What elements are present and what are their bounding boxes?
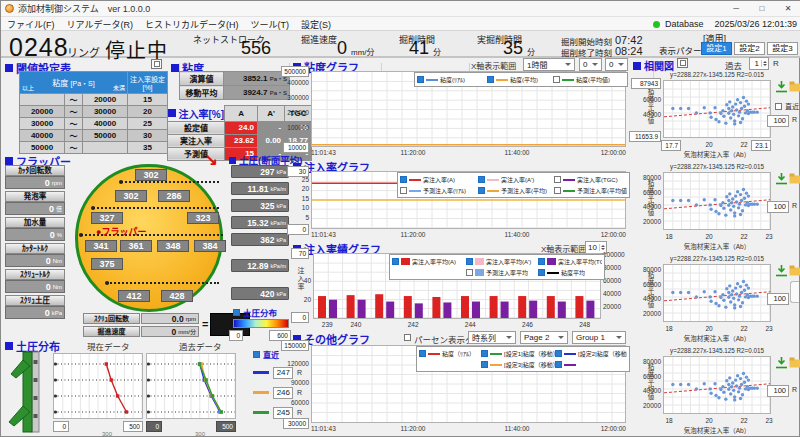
speed-unit: mm/分 (351, 46, 375, 57)
legend-swatch (487, 179, 499, 181)
minimize-button[interactable]: ─ (723, 1, 749, 17)
legend-checkbox[interactable] (554, 176, 561, 183)
maximize-button[interactable]: □ (749, 1, 775, 17)
speed-label: 掘進速度 (301, 33, 337, 46)
earth-pressure-value: 11.81kPa/m (231, 182, 289, 195)
sensor-value: 302 (115, 190, 147, 202)
download-icon[interactable] (775, 172, 788, 185)
r-range-unit: R (792, 202, 797, 209)
legend-label: [設定3]粘度（移動） (504, 360, 555, 369)
earth-pressure-value: 420kPa (231, 287, 289, 300)
ring-label: リング (67, 44, 100, 60)
menu-item[interactable]: 設定(S) (301, 18, 331, 31)
threshold-cell: 50000 (20, 142, 65, 154)
sensor-value: 323 (187, 212, 219, 224)
axis-box: 10000 (283, 142, 309, 153)
series-type-dropdown[interactable]: 時系列 (468, 331, 516, 344)
folder-icon[interactable] (789, 265, 800, 276)
threshold-cell: ～ (65, 106, 83, 118)
menu-item[interactable]: ヒストリカルデータ(H) (145, 18, 239, 31)
legend-checkbox[interactable] (555, 361, 562, 368)
gauge-label: 発泡率 (5, 191, 65, 202)
legend-item: [設定1]粘度（移動） (481, 348, 555, 359)
gauge-value: 0rpm (5, 176, 65, 189)
th-visc: 粘度 (52, 79, 68, 88)
group-dropdown[interactable]: Group 1 (572, 331, 626, 344)
menu-item[interactable]: ツール(T) (250, 18, 289, 31)
legend-checkbox[interactable] (466, 258, 473, 265)
legend-checkbox[interactable] (400, 176, 407, 183)
x-range-opt2-dropdown[interactable]: 0 (605, 58, 628, 71)
axis-tick: 23 (765, 417, 772, 424)
legend-checkbox[interactable] (419, 350, 426, 357)
axis-tick: 11:40:00 (505, 231, 530, 238)
title-bar: 添加材制御システム ver 1.0.0.0 ─ □ ✕ (1, 1, 800, 17)
scatter-plot (663, 356, 771, 414)
axis-tick: 20 (302, 185, 309, 192)
x-range-opt1-dropdown[interactable]: 0 (579, 58, 602, 71)
download-icon[interactable] (775, 264, 788, 277)
inj-cell: - (258, 121, 285, 134)
download-icon[interactable] (775, 356, 788, 369)
legend-checkbox[interactable] (554, 187, 561, 194)
legend-checkbox[interactable] (487, 76, 494, 83)
pattern-button-1[interactable]: 設定1 (701, 42, 732, 55)
r-range-unit: R (792, 116, 797, 123)
pattern-button-3[interactable]: 設定3 (767, 42, 798, 55)
axis-tick: 100000 (603, 251, 625, 258)
legend-checkbox[interactable] (481, 361, 488, 368)
menu-item[interactable]: ファイル(F) (7, 18, 55, 31)
threshold-table: 粘度 [Pa・S] 以上 未満 注入率設定 [%] ～200001520000～… (19, 71, 168, 154)
popout-icon[interactable] (151, 59, 162, 69)
legend-checkbox[interactable] (392, 258, 399, 265)
legend-swatch (563, 179, 575, 181)
page-dropdown[interactable]: Page 2 (520, 331, 568, 344)
r-range-input[interactable]: 100 (767, 293, 789, 305)
axis-tick: 20 (705, 233, 712, 240)
legend-checkbox[interactable] (538, 258, 545, 265)
correlation-popout-icon[interactable] (677, 58, 688, 68)
legend-checkbox[interactable] (400, 187, 407, 194)
x-range-dropdown[interactable]: 1時間 (523, 58, 575, 71)
app-icon (5, 4, 14, 13)
legend-checkbox[interactable] (538, 269, 545, 276)
folder-icon[interactable] (789, 173, 800, 184)
axis-tick: 200000 (287, 109, 309, 116)
folder-icon[interactable] (789, 81, 800, 92)
legend-checkbox[interactable] (553, 76, 560, 83)
axis-tick: 60000 (291, 399, 309, 406)
close-button[interactable]: ✕ (775, 1, 800, 17)
dist-series-ring: 246 (273, 387, 293, 399)
earth-pressure-value: 297kPa (231, 165, 289, 178)
percent-checkbox[interactable] (404, 334, 411, 341)
past-ring-spinner[interactable]: 1 (749, 57, 769, 70)
legend-checkbox[interactable] (417, 76, 424, 83)
r-range-input[interactable]: 100 (767, 385, 789, 397)
legend-checkbox[interactable] (478, 187, 485, 194)
legend-checkbox[interactable] (478, 176, 485, 183)
legend-checkbox[interactable] (481, 350, 488, 357)
pattern-button-2[interactable]: 設定2 (734, 42, 765, 55)
legend-checkbox[interactable] (555, 350, 562, 357)
ep-number: 362 (260, 235, 274, 245)
ep-number: 297 (260, 167, 274, 177)
legend-item (392, 267, 466, 278)
inj-cell: 23.62 (225, 134, 258, 147)
r-range-input[interactable]: 100 (767, 201, 789, 213)
recent-checkbox[interactable] (775, 103, 782, 110)
scatter-equation: y=2288.227x-1345.125 R2=0.015 (661, 163, 773, 170)
legend-swatch (547, 272, 559, 274)
gauge-unit: Nm (53, 284, 62, 290)
legend-checkbox[interactable] (466, 269, 473, 276)
download-icon[interactable] (775, 80, 788, 93)
r-range-input[interactable]: 100 (767, 115, 789, 127)
scatter-svg (664, 265, 770, 321)
menu-item[interactable]: リアルデータ(R) (67, 18, 133, 31)
pressure-dist-checkbox[interactable] (233, 309, 240, 316)
dig-time-value: 41 (409, 38, 429, 59)
recent-checkbox[interactable] (253, 351, 260, 358)
side-tab[interactable] (790, 281, 799, 303)
folder-icon[interactable] (789, 357, 800, 368)
legend-label: 粘度(平均) (510, 75, 538, 84)
axis-tick: 60000 (643, 96, 661, 103)
